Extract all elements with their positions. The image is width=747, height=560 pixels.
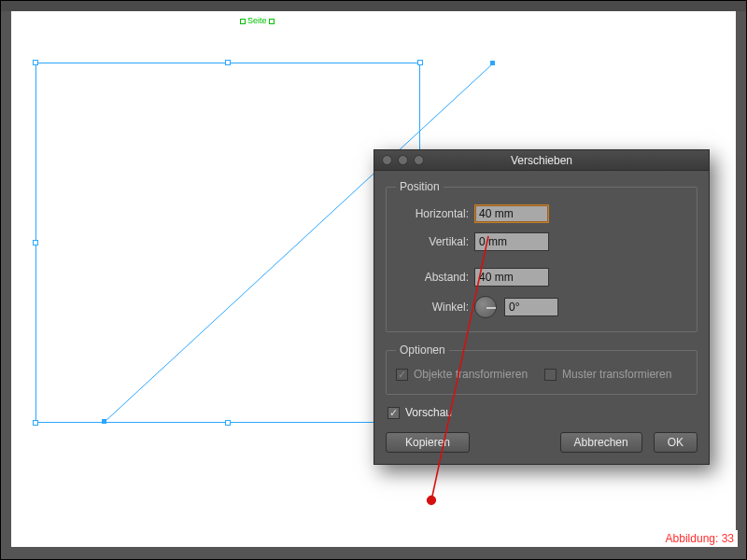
resize-handle-bottom-left[interactable] bbox=[33, 420, 38, 426]
muster-checkbox bbox=[544, 369, 557, 381]
winkel-input[interactable] bbox=[504, 298, 558, 316]
kopieren-button[interactable]: Kopieren bbox=[386, 432, 470, 453]
dialog-body: Position Horizontal: Vertikal: Abstand: … bbox=[374, 171, 709, 464]
app-top-strip bbox=[0, 0, 747, 11]
vertikal-input[interactable] bbox=[474, 232, 549, 251]
window-close-icon[interactable] bbox=[382, 155, 392, 165]
ok-button[interactable]: OK bbox=[654, 432, 698, 453]
window-minimize-icon[interactable] bbox=[398, 155, 408, 165]
horizontal-input[interactable] bbox=[474, 204, 549, 223]
angle-dial-icon[interactable] bbox=[474, 296, 497, 318]
app-stage: Seite Abbildung: 33 Verschie bbox=[0, 0, 747, 560]
abstand-label: Abstand: bbox=[396, 271, 474, 284]
horizontal-label: Horizontal: bbox=[396, 207, 474, 220]
resize-handle-top-mid[interactable] bbox=[225, 60, 231, 65]
abstand-input[interactable] bbox=[474, 268, 549, 287]
muster-transform-option: Muster transformieren bbox=[544, 368, 671, 381]
selection-bounding-box[interactable] bbox=[35, 63, 420, 423]
dialog-button-row: Kopieren Abbrechen OK bbox=[386, 432, 698, 453]
dialog-titlebar[interactable]: Verschieben bbox=[374, 150, 709, 171]
dialog-title: Verschieben bbox=[511, 154, 572, 167]
window-controls bbox=[382, 155, 424, 165]
resize-handle-top-right[interactable] bbox=[417, 60, 423, 65]
window-zoom-icon[interactable] bbox=[414, 155, 424, 165]
vertikal-label: Vertikal: bbox=[396, 235, 474, 248]
figure-caption: Abbildung: 33 bbox=[662, 530, 738, 547]
muster-label: Muster transformieren bbox=[562, 368, 671, 381]
winkel-label: Winkel: bbox=[396, 301, 474, 314]
anchor-point-end[interactable] bbox=[490, 61, 495, 65]
move-dialog: Verschieben Position Horizontal: Vertika… bbox=[374, 149, 710, 465]
objekte-checkbox: ✓ bbox=[396, 369, 408, 381]
optionen-legend: Optionen bbox=[396, 343, 449, 357]
objekte-transform-option: ✓ Objekte transformieren bbox=[396, 368, 528, 381]
resize-handle-mid-left[interactable] bbox=[33, 240, 38, 245]
position-group: Position Horizontal: Vertikal: Abstand: … bbox=[386, 180, 698, 332]
abbrechen-button[interactable]: Abbrechen bbox=[560, 432, 642, 453]
vorschau-option[interactable]: ✓ Vorschau bbox=[388, 406, 698, 419]
page-tag: Seite bbox=[247, 16, 267, 25]
vorschau-checkbox[interactable]: ✓ bbox=[388, 407, 400, 419]
resize-handle-bottom-mid[interactable] bbox=[225, 420, 231, 426]
resize-handle-top-left[interactable] bbox=[33, 60, 38, 65]
anchor-point-start[interactable] bbox=[102, 419, 106, 424]
vorschau-label: Vorschau bbox=[405, 406, 452, 419]
objekte-label: Objekte transformieren bbox=[414, 368, 528, 381]
position-legend: Position bbox=[396, 180, 444, 193]
optionen-group: Optionen ✓ Objekte transformieren Muster… bbox=[386, 343, 698, 395]
